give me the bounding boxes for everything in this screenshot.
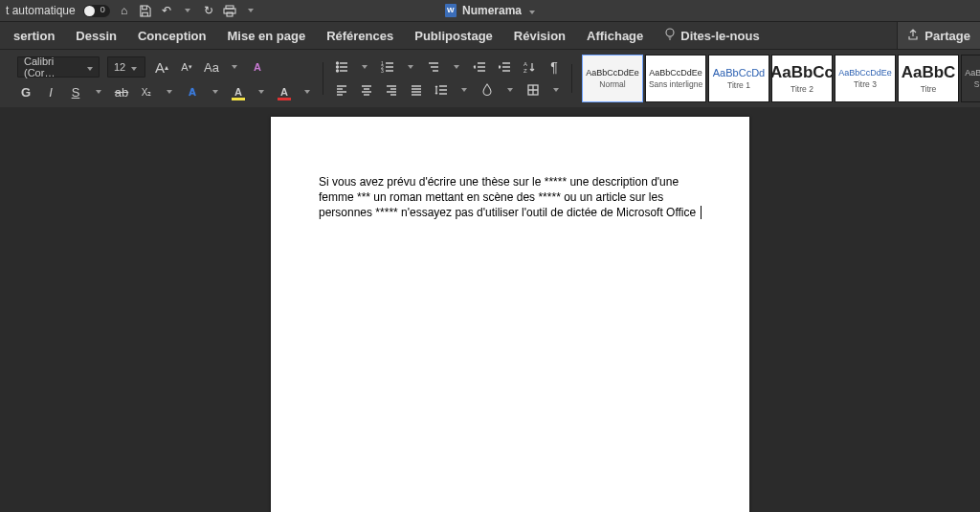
numbering-icon[interactable]: 123 [379,58,396,76]
text-cursor [697,206,701,219]
font-color-button[interactable]: A [276,83,293,100]
tab-affichage[interactable]: Affichage [587,29,643,43]
outdent-icon[interactable] [471,58,488,76]
case-dropdown-icon[interactable] [228,58,241,76]
shading-dropdown-icon[interactable] [503,81,517,99]
grow-font-icon[interactable]: A▴ [153,58,170,76]
autosave-toggle[interactable]: 0 [83,5,110,17]
style-label: Sous-titre [974,79,980,89]
style-swatch[interactable]: AaBbCcTitre 2 [771,55,833,102]
font-group: Calibri (Cor… 12 A▴ A▾ Aa A G I S ab X₂ … [8,56,323,100]
style-sample: AaBbCcDdEe [586,68,639,78]
svg-point-4 [337,62,339,64]
borders-dropdown-icon[interactable] [549,81,563,99]
redo-icon[interactable]: ↻ [202,4,215,17]
tab-conception[interactable]: Conception [138,29,207,43]
tab-publipostage[interactable]: Publipostage [414,29,493,43]
shrink-font-icon[interactable]: A▾ [178,58,195,76]
style-swatch[interactable]: AaBbCcDdEeSous-titre [961,55,980,102]
style-sample: AaBbCcDdEe [838,68,892,78]
share-icon [907,29,919,43]
script-dropdown-icon[interactable] [163,83,176,100]
spacing-dropdown-icon[interactable] [457,81,471,99]
align-center-icon[interactable] [358,81,375,99]
line-spacing-icon[interactable] [433,81,450,99]
style-label: Titre 3 [854,79,877,89]
indent-icon[interactable] [496,58,513,76]
style-swatch[interactable]: AaBbCcDdEeNormal [582,55,643,102]
titlebar: t automatique 0 ⌂ ↶ ↻ Numerama [0,0,980,22]
page[interactable]: Si vous avez prévu d'écrire une thèse su… [271,117,749,512]
align-left-icon[interactable] [333,81,350,99]
print-dropdown-icon[interactable] [244,4,257,17]
home-icon[interactable]: ⌂ [118,4,131,17]
svg-point-5 [337,66,339,68]
autosave-label: t automatique [6,4,76,17]
document-area[interactable]: Si vous avez prévu d'écrire une thèse su… [0,107,980,512]
svg-text:3: 3 [381,68,384,74]
svg-point-3 [666,29,674,36]
multilevel-dropdown-icon[interactable] [450,58,463,76]
tab-insertion[interactable]: sertion [13,29,55,43]
tab-revision[interactable]: Révision [514,29,566,43]
style-label: Normal [599,79,625,89]
chevron-down-icon [131,61,137,73]
clear-format-icon[interactable]: A [249,58,266,76]
style-label: Titre 1 [727,80,750,90]
document-title: Numerama [462,4,522,17]
svg-text:A: A [523,61,527,67]
shading-icon[interactable] [479,81,496,99]
font-size-select[interactable]: 12 [107,56,145,78]
subscript-button[interactable]: X₂ [138,83,155,100]
bullets-icon[interactable] [333,58,350,76]
style-label: Titre 2 [791,84,813,94]
paragraph-group: 123 AZ ¶ [323,58,572,99]
bulb-icon [664,28,676,44]
highlight-button[interactable]: A [230,83,247,100]
chevron-down-icon [87,61,93,73]
ribbon-tabs: sertion Dessin Conception Mise en page R… [0,22,980,50]
borders-icon[interactable] [524,81,542,99]
align-right-icon[interactable] [383,81,400,99]
tab-references[interactable]: Références [326,29,393,43]
multilevel-icon[interactable] [425,58,442,76]
style-sample: AaBbCcDdEe [649,68,702,78]
style-swatch[interactable]: AaBbCcDdTitre 1 [708,55,769,102]
underline-button[interactable]: S [67,83,84,100]
styles-gallery: AaBbCcDdEeNormalAaBbCcDdEeSans interlign… [582,55,980,102]
svg-text:Z: Z [523,68,527,74]
style-sample: AaBbCc [770,63,834,82]
pilcrow-icon[interactable]: ¶ [546,58,563,76]
undo-dropdown-icon[interactable] [181,4,194,17]
strike-button[interactable]: ab [113,83,130,100]
numbering-dropdown-icon[interactable] [404,58,417,76]
style-swatch[interactable]: AaBbCcDdEeTitre 3 [835,55,896,102]
text-effects-button[interactable]: A [184,83,201,100]
share-button[interactable]: Partage [897,22,980,49]
font-name-select[interactable]: Calibri (Cor… [17,56,100,78]
tab-miseenpage[interactable]: Mise en page [227,29,305,43]
word-doc-icon [445,4,457,17]
style-sample: AaBbCcDd [713,67,765,78]
style-swatch[interactable]: AaBbCTitre [898,55,959,102]
print-icon[interactable] [223,4,236,17]
svg-point-6 [337,70,339,72]
italic-button[interactable]: I [42,83,59,100]
bullets-dropdown-icon[interactable] [358,58,371,76]
undo-icon[interactable]: ↶ [160,4,173,17]
document-body[interactable]: Si vous avez prévu d'écrire une thèse su… [319,174,711,221]
tab-dessin[interactable]: Dessin [76,29,117,43]
highlight-dropdown-icon[interactable] [255,83,268,100]
effects-dropdown-icon[interactable] [209,83,222,100]
title-dropdown-icon[interactable] [529,4,535,17]
tell-me[interactable]: Dites-le-nous [664,28,759,44]
ribbon: Calibri (Cor… 12 A▴ A▾ Aa A G I S ab X₂ … [0,50,980,108]
save-icon[interactable] [139,4,152,17]
align-justify-icon[interactable] [408,81,425,99]
change-case-icon[interactable]: Aa [203,58,220,76]
sort-icon[interactable]: AZ [521,58,538,76]
font-color-dropdown-icon[interactable] [301,83,314,100]
bold-button[interactable]: G [17,83,34,100]
style-swatch[interactable]: AaBbCcDdEeSans interligne [645,55,706,102]
underline-dropdown-icon[interactable] [92,83,105,100]
